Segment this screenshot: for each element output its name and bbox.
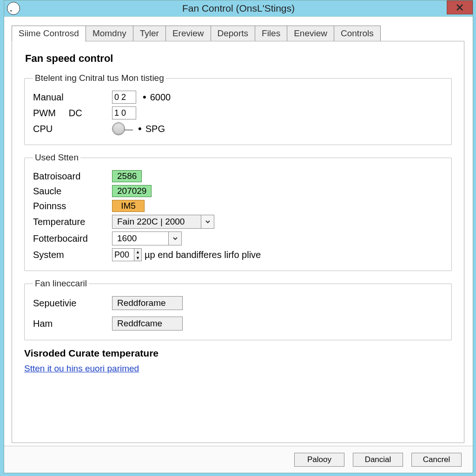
tab-momdny[interactable]: Momdny	[86, 26, 133, 42]
group-used-stten: Used Stten Batroisoard 2586 Saucle 20702…	[24, 152, 452, 271]
tabstrip: Siime Controsd Momdny Tyler Ereview Depo…	[4, 17, 473, 42]
group-fan-lineccaril-legend: Fan lineccaril	[33, 278, 89, 289]
system-after: µp end bandifferes lirfo plive	[145, 250, 261, 260]
group-used-stten-legend: Used Stten	[33, 152, 80, 163]
close-icon	[456, 4, 463, 11]
temperature-combo[interactable]: Fain 220C | 2000	[112, 215, 214, 229]
cpu-label: CPU	[33, 124, 112, 134]
batroisoard-label: Batroisoard	[33, 171, 112, 182]
curate-link[interactable]: Stten it ou hins euori parimed	[24, 364, 139, 374]
spinner-up-icon[interactable]: ▲	[134, 249, 141, 255]
tab-eneview[interactable]: Eneview	[287, 26, 334, 42]
app-icon	[7, 2, 20, 15]
chevron-down-icon[interactable]	[201, 215, 214, 228]
system-label: System	[33, 250, 112, 260]
temperature-label: Temperature	[33, 217, 112, 227]
fotterbocaird-combo[interactable]: 1600	[112, 231, 182, 245]
fotterbocaird-label: Fotterbocaird	[33, 233, 112, 244]
batroisoard-value: 2586	[112, 170, 142, 182]
window-title: Fan Control (OnsL'Stings)	[4, 3, 473, 14]
ham-label: Ham	[33, 318, 112, 329]
sepuetivie-text: Reddforame	[112, 297, 182, 310]
group-control-settings-legend: Btelent ing Cnitral tus Mon tistieg	[33, 73, 166, 83]
svg-point-0	[10, 10, 12, 12]
ok-button[interactable]: Palooy	[294, 453, 344, 467]
sepuetivie-label: Sepuetivie	[33, 298, 112, 309]
manual-input[interactable]	[112, 91, 136, 104]
tab-deports[interactable]: Deports	[211, 26, 256, 42]
chevron-down-icon[interactable]	[168, 232, 181, 245]
subheading: Visroded Curate temperature	[24, 348, 452, 359]
dc-sublabel: DC	[69, 108, 82, 118]
saucle-label: Saucle	[33, 186, 112, 197]
ham-field[interactable]: Reddfcame	[112, 317, 183, 331]
cpu-slider[interactable]	[112, 122, 125, 135]
client-area: Siime Controsd Momdny Tyler Ereview Depo…	[4, 16, 473, 473]
tab-tyler[interactable]: Tyler	[133, 26, 166, 42]
tab-panel: Fan speed control Btelent ing Cnitral tu…	[12, 41, 464, 443]
group-control-settings: Btelent ing Cnitral tus Mon tistieg Manu…	[24, 73, 452, 145]
pwm-input[interactable]	[112, 106, 136, 119]
apply-button[interactable]: Dancial	[353, 453, 403, 467]
tab-controls[interactable]: Controls	[334, 26, 381, 42]
poinnss-value: IM5	[112, 200, 145, 212]
saucle-value: 207029	[112, 185, 152, 197]
system-spinner[interactable]: ▲▼	[112, 248, 142, 261]
footer: Palooy Dancial Cancrel	[4, 446, 473, 473]
pwm-label: PWM DC	[33, 108, 112, 119]
manual-label: Manual	[33, 92, 112, 103]
poinnss-label: Poinnss	[33, 201, 112, 212]
system-spinner-input[interactable]	[112, 249, 134, 261]
tab-ereview[interactable]: Ereview	[165, 26, 211, 42]
manual-after: 6000	[143, 91, 171, 103]
fotterbocaird-combo-text: 1600	[112, 232, 168, 245]
spinner-buttons[interactable]: ▲▼	[134, 249, 141, 261]
temperature-combo-text: Fain 220C | 2000	[112, 215, 201, 228]
close-button[interactable]	[447, 0, 473, 14]
titlebar: Fan Control (OnsL'Stings)	[4, 0, 473, 16]
page-heading: Fan speed control	[25, 53, 452, 65]
tab-files[interactable]: Files	[255, 26, 287, 42]
ham-text: Reddfcame	[112, 317, 182, 330]
cancel-button[interactable]: Cancrel	[411, 453, 462, 467]
main-window: Fan Control (OnsL'Stings) Siime Controsd…	[4, 0, 473, 473]
tab-siime-controsd[interactable]: Siime Controsd	[12, 26, 86, 42]
cpu-after: SPG	[138, 123, 165, 135]
pwm-sublabel: PWM	[33, 108, 56, 118]
spinner-down-icon[interactable]: ▼	[134, 255, 141, 261]
sepuetivie-field[interactable]: Reddforame	[112, 296, 183, 310]
group-fan-lineccaril: Fan lineccaril Sepuetivie Reddforame Ham…	[24, 278, 452, 340]
